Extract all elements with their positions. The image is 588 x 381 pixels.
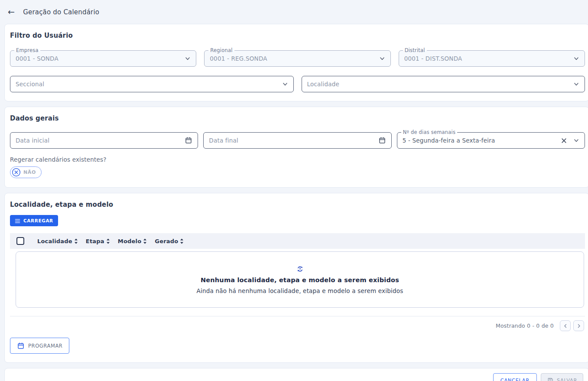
- empresa-select[interactable]: Empresa 0001 - SONDA: [10, 50, 196, 67]
- user-filter-panel: Filtro do Usuário Empresa 0001 - SONDA R…: [4, 24, 588, 101]
- end-date-input[interactable]: Data final: [203, 132, 391, 149]
- regional-label: Regional: [208, 47, 234, 53]
- distrital-select[interactable]: Distrital 0001 - DIST.SONDA: [399, 50, 585, 67]
- user-filter-title: Filtro do Usuário: [10, 32, 585, 39]
- column-label: Modelo: [118, 238, 142, 244]
- user-filter-row-1: Empresa 0001 - SONDA Regional 0001 - REG…: [10, 50, 585, 67]
- regenerate-toggle[interactable]: NÃO: [10, 166, 42, 178]
- chevron-down-icon: [573, 55, 579, 62]
- locality-title: Localidade, etapa e modelo: [10, 201, 585, 208]
- weekdays-label: Nº de dias semanais: [401, 129, 458, 135]
- chevron-left-icon: [563, 324, 568, 328]
- page-title: Geração do Calendário: [23, 8, 99, 16]
- circled-x-icon: [12, 168, 21, 177]
- empty-state-title: Nenhuma localidade, etapa e modelo a ser…: [201, 277, 399, 283]
- regenerate-toggle-label: NÃO: [23, 169, 36, 175]
- localidade-select[interactable]: Localidade: [302, 76, 585, 92]
- localidade-placeholder: Localidade: [307, 81, 574, 88]
- salvar-button-label: SALVAR: [557, 378, 577, 381]
- chevron-down-icon: [573, 81, 579, 87]
- chevron-down-icon: [573, 137, 579, 143]
- column-header-modelo[interactable]: Modelo: [118, 238, 147, 244]
- seccional-select[interactable]: Seccional: [10, 76, 294, 92]
- regional-select[interactable]: Regional 0001 - REG.SONDA: [204, 50, 390, 67]
- table-header: Localidade Etapa Modelo Gerado: [10, 233, 585, 249]
- distrital-label: Distrital: [403, 47, 427, 53]
- chevron-down-icon: [185, 55, 191, 62]
- general-data-panel: Dados gerais Data inicial Data final Nº …: [4, 107, 588, 188]
- regenerate-question: Regerar calendários existentes?: [10, 156, 585, 163]
- calendar-icon: [17, 342, 25, 350]
- salvar-button[interactable]: SALVAR: [541, 373, 583, 381]
- select-all-checkbox[interactable]: [16, 237, 24, 245]
- chevron-down-icon: [282, 81, 288, 87]
- calendar-icon[interactable]: [378, 137, 386, 144]
- chevron-right-icon: [577, 324, 581, 328]
- weekdays-select[interactable]: Nº de dias semanais 5 - Segunda-feira a …: [397, 132, 585, 149]
- sort-icon: [143, 238, 147, 244]
- sort-icon: [74, 238, 78, 244]
- locality-panel: Localidade, etapa e modelo CARREGAR Loca…: [4, 193, 588, 363]
- pagination-summary: Mostrando 0 - 0 de 0: [496, 322, 554, 329]
- start-date-placeholder: Data inicial: [16, 137, 185, 144]
- pagination-prev-button[interactable]: [560, 320, 571, 331]
- regional-value: 0001 - REG.SONDA: [210, 55, 379, 62]
- column-header-gerado[interactable]: Gerado: [155, 238, 184, 244]
- back-arrow-icon[interactable]: ←: [8, 8, 15, 16]
- empresa-value: 0001 - SONDA: [16, 55, 185, 62]
- seccional-placeholder: Seccional: [16, 81, 282, 88]
- distrital-value: 0001 - DIST.SONDA: [404, 55, 573, 62]
- start-date-input[interactable]: Data inicial: [10, 132, 198, 149]
- sort-icon: [180, 238, 184, 244]
- weekdays-value: 5 - Segunda-feira a Sexta-feira: [403, 137, 561, 144]
- empty-state: Nenhuma localidade, etapa e modelo a ser…: [16, 251, 584, 308]
- general-data-title: Dados gerais: [10, 114, 585, 122]
- footer-action-bar: CANCELAR SALVAR: [4, 368, 588, 381]
- chevron-down-icon: [379, 55, 385, 62]
- save-floppy-icon: [547, 377, 554, 381]
- column-header-etapa[interactable]: Etapa: [86, 238, 110, 244]
- refresh-alert-icon: [296, 265, 304, 273]
- user-filter-row-2: Seccional Localidade: [10, 76, 585, 92]
- clear-icon[interactable]: [561, 137, 567, 144]
- end-date-placeholder: Data final: [209, 137, 378, 144]
- cancelar-button[interactable]: CANCELAR: [493, 373, 537, 381]
- calendar-icon[interactable]: [185, 137, 192, 144]
- pagination-next-button[interactable]: [573, 320, 584, 331]
- programar-button-label: PROGRAMAR: [28, 343, 62, 349]
- page-header: ← Geração do Calendário: [0, 0, 588, 24]
- column-label: Etapa: [86, 238, 104, 244]
- empty-state-subtitle: Ainda não há nenhuma localidade, etapa e…: [197, 287, 403, 294]
- list-icon: [15, 218, 20, 224]
- column-header-localidade[interactable]: Localidade: [37, 238, 78, 244]
- table-footer: Mostrando 0 - 0 de 0: [10, 316, 585, 331]
- carregar-button[interactable]: CARREGAR: [10, 215, 58, 226]
- programar-button[interactable]: PROGRAMAR: [10, 338, 69, 354]
- general-data-row: Data inicial Data final Nº de dias seman…: [10, 132, 585, 149]
- column-label: Gerado: [155, 238, 178, 244]
- sort-icon: [106, 238, 110, 244]
- column-label: Localidade: [37, 238, 72, 244]
- empresa-label: Empresa: [14, 47, 40, 53]
- carregar-button-label: CARREGAR: [23, 218, 53, 223]
